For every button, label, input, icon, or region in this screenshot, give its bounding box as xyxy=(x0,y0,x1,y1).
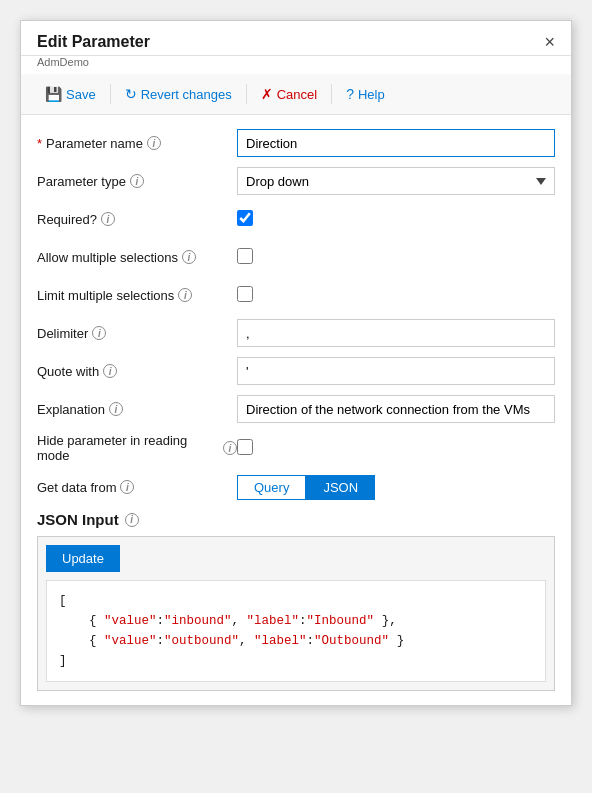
revert-icon: ↻ xyxy=(125,86,137,102)
query-button[interactable]: Query xyxy=(237,475,306,500)
delimiter-control xyxy=(237,319,555,347)
json-input-info-icon[interactable]: i xyxy=(125,513,139,527)
required-row: Required? i xyxy=(37,205,555,233)
allow-multiple-control xyxy=(237,248,555,267)
help-button[interactable]: ? Help xyxy=(338,82,393,106)
delimiter-label: Delimiter i xyxy=(37,326,237,341)
revert-button[interactable]: ↻ Revert changes xyxy=(117,82,240,106)
hide-param-info-icon[interactable]: i xyxy=(223,441,237,455)
required-checkbox[interactable] xyxy=(237,210,253,226)
parameter-type-label: Parameter type i xyxy=(37,174,237,189)
required-label: Required? i xyxy=(37,212,237,227)
cancel-button[interactable]: ✗ Cancel xyxy=(253,82,325,106)
dialog-subtitle: AdmDemo xyxy=(21,56,571,74)
dialog-title: Edit Parameter xyxy=(37,33,150,51)
allow-multiple-info-icon[interactable]: i xyxy=(182,250,196,264)
json-input-section-title: JSON Input i xyxy=(37,511,555,528)
get-data-buttons: Query JSON xyxy=(237,475,555,500)
parameter-type-info-icon[interactable]: i xyxy=(130,174,144,188)
explanation-control xyxy=(237,395,555,423)
toolbar: 💾 Save ↻ Revert changes ✗ Cancel ? Help xyxy=(21,74,571,115)
quote-with-control xyxy=(237,357,555,385)
explanation-info-icon[interactable]: i xyxy=(109,402,123,416)
form-body: * Parameter name i Parameter type i Drop… xyxy=(21,115,571,705)
save-icon: 💾 xyxy=(45,86,62,102)
toolbar-separator xyxy=(110,84,111,104)
hide-param-control xyxy=(237,439,555,458)
dialog-header: Edit Parameter × xyxy=(21,21,571,56)
parameter-type-select[interactable]: Drop down xyxy=(237,167,555,195)
limit-multiple-control xyxy=(237,286,555,305)
limit-multiple-info-icon[interactable]: i xyxy=(178,288,192,302)
parameter-type-control: Drop down xyxy=(237,167,555,195)
allow-multiple-label: Allow multiple selections i xyxy=(37,250,237,265)
toolbar-separator-3 xyxy=(331,84,332,104)
delimiter-info-icon[interactable]: i xyxy=(92,326,106,340)
allow-multiple-checkbox[interactable] xyxy=(237,248,253,264)
json-editor[interactable]: [ { "value":"inbound", "label":"Inbound"… xyxy=(46,580,546,682)
parameter-name-label: * Parameter name i xyxy=(37,136,237,151)
parameter-name-input[interactable] xyxy=(237,129,555,157)
parameter-name-control xyxy=(237,129,555,157)
explanation-label: Explanation i xyxy=(37,402,237,417)
hide-param-row: Hide parameter in reading mode i xyxy=(37,433,555,463)
get-data-row: Get data from i Query JSON xyxy=(37,473,555,501)
required-control xyxy=(237,210,555,229)
get-data-label: Get data from i xyxy=(37,480,237,495)
required-info-icon[interactable]: i xyxy=(101,212,115,226)
hide-param-label: Hide parameter in reading mode i xyxy=(37,433,237,463)
limit-multiple-row: Limit multiple selections i xyxy=(37,281,555,309)
explanation-input[interactable] xyxy=(237,395,555,423)
edit-parameter-dialog: Edit Parameter × AdmDemo 💾 Save ↻ Revert… xyxy=(20,20,572,706)
cancel-icon: ✗ xyxy=(261,86,273,102)
toolbar-separator-2 xyxy=(246,84,247,104)
save-button[interactable]: 💾 Save xyxy=(37,82,104,106)
hide-param-checkbox[interactable] xyxy=(237,439,253,455)
delimiter-input[interactable] xyxy=(237,319,555,347)
limit-multiple-checkbox[interactable] xyxy=(237,286,253,302)
close-button[interactable]: × xyxy=(544,33,555,51)
get-data-info-icon[interactable]: i xyxy=(120,480,134,494)
explanation-row: Explanation i xyxy=(37,395,555,423)
json-button[interactable]: JSON xyxy=(306,475,375,500)
limit-multiple-label: Limit multiple selections i xyxy=(37,288,237,303)
quote-with-input[interactable] xyxy=(237,357,555,385)
quote-with-info-icon[interactable]: i xyxy=(103,364,117,378)
parameter-name-row: * Parameter name i xyxy=(37,129,555,157)
quote-with-label: Quote with i xyxy=(37,364,237,379)
quote-with-row: Quote with i xyxy=(37,357,555,385)
delimiter-row: Delimiter i xyxy=(37,319,555,347)
parameter-name-info-icon[interactable]: i xyxy=(147,136,161,150)
required-star: * xyxy=(37,136,42,151)
get-data-control: Query JSON xyxy=(237,475,555,500)
help-icon: ? xyxy=(346,86,354,102)
allow-multiple-row: Allow multiple selections i xyxy=(37,243,555,271)
parameter-type-row: Parameter type i Drop down xyxy=(37,167,555,195)
json-editor-container: Update [ { "value":"inbound", "label":"I… xyxy=(37,536,555,691)
update-button[interactable]: Update xyxy=(46,545,120,572)
